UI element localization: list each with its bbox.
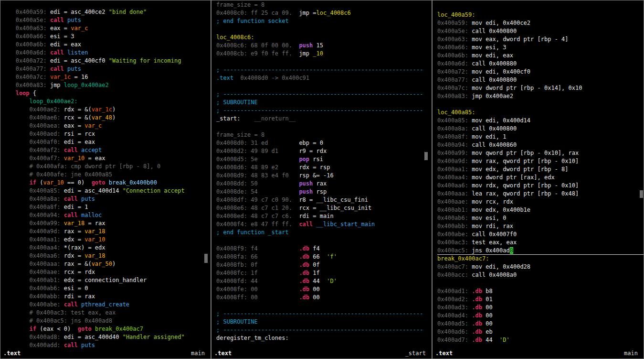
code-segment: call [50,17,67,23]
code-segment: 0x400a8f: [5,204,64,210]
code-segment: puts [67,17,81,23]
code-line: 0x400a5e: call 0x400800 [437,27,644,35]
code-segment: 'D' [499,337,510,343]
code-segment: 0x400a5e: [437,28,472,34]
code-segment: .db [299,278,309,284]
code-segment: "Waiting for incoming [109,57,181,64]
code-segment: .db [472,304,482,311]
code-segment: 'D' [327,278,337,284]
code-line: 0x4008c0: ff 25 ca 09. jmp =loc_4008c6 [216,9,432,17]
code-segment: 0x400a63: [437,36,472,43]
code-segment: 0x400aa4: [5,244,64,251]
code-segment: call [299,221,316,228]
code-segment: call 0x400800 [472,28,517,34]
code-segment: var_c [71,25,88,32]
code-segment: *(rax) = edx [64,244,106,251]
code-segment: 0x400a83: [5,82,50,88]
code-line [437,3,644,11]
code-segment: 0f [309,261,320,268]
code-segment: 0x400a6b: [5,41,50,48]
code-segment: ; end function socket [216,18,289,24]
code-line [216,58,432,66]
code-segment: { [30,90,36,97]
code-line: 0x400a8a: call 0x400800 [437,125,644,133]
code-line: ; end function _start [216,228,432,237]
code-segment: var_1c [50,74,71,80]
code-segment: 0x4008ff: 00 [216,294,299,301]
code-line: loop_0x400ae2: [5,98,211,106]
code-segment: 00 [309,294,320,301]
code-segment: 0x400af0: [5,139,64,145]
code-segment: call 0x4008a0 [472,272,517,278]
code-line: 0x400ad2: .db 01 [437,295,644,304]
code-segment: rdi = rax [64,293,95,300]
code-line: 0x400add: call puts [5,341,211,349]
code-segment: 0x4008d9: 48 83 e4 f0 [216,172,299,179]
code-segment: 0x4008d0: 31 ed [216,140,299,146]
code-segment: edi = eax [64,139,95,145]
code-segment: _10 [313,50,323,57]
panel-disassembly-start[interactable]: frame_size = 80x4008c0: ff 25 ca 09. jmp… [211,0,432,359]
code-segment: ; --------------------------------------… [216,91,423,98]
code-segment: call [50,65,67,72]
code-line: 0x400a94: call malloc [5,211,211,219]
code-segment: loop [5,90,30,97]
code-line: loc_4008c6: [216,33,432,42]
code-segment: .db [299,253,309,260]
code-line: 0x4008d6: 48 89 e2 rdx = rsp [216,163,432,172]
code-segment: loc_4008c6: [216,34,254,41]
code-segment [92,326,95,332]
code-segment: 0x400aa6: [437,182,472,189]
code-segment: 0x400a59: [437,20,472,26]
code-segment: 0x400a6b: [437,52,472,59]
code-segment: pthread_create [81,301,129,308]
code-segment: # 0x400afe: jne 0x400a85 [5,171,112,178]
code-segment: 0x400a6d: [5,49,50,56]
code-line: loc_400a85: [437,109,644,117]
code-segment: loop_0x400ae2 [64,82,109,88]
code-segment: ; SUBROUTINE [216,99,258,106]
code-line: 0x4008f4: e8 47 ff ff. call __libc_start… [216,220,432,228]
code-line: 0x400aae: mov rcx, rdx [437,198,644,206]
scrollbar-thumb[interactable] [204,254,208,263]
code-line: 0x4008fd: 44 .db 44 'D' [216,277,432,285]
code-segment: ebp = 0 [299,140,323,146]
code-line: 0x4008cb: e9 f0 fe ff. jmp _10 [216,50,432,58]
code-line: # 0x400afe: jne 0x400a85 [5,171,211,179]
code-segment: var_18 [84,252,105,259]
code-segment: 0x400abe: [5,301,64,308]
code-segment: mov edi, 1 [472,133,506,140]
code-segment: test eax, eax [472,239,517,246]
code-line: break_0x400ac7: [437,255,644,263]
code-segment: mov rdi, rax [472,223,513,229]
code-segment: goto [78,326,92,332]
code-segment: var_48 [92,114,112,121]
code-segment: mov edi, 0x400ce2 [472,20,530,26]
panel-pseudocode-main[interactable]: 0x400a59: edi = asc_400ce2 "bind done" 0… [0,0,211,359]
scrollbar-thumb[interactable] [424,152,428,160]
scrollbar-thumb[interactable] [640,190,643,198]
panel-disassembly-main[interactable]: loc_400a59:0x400a59: mov edi, 0x400ce20x… [433,0,644,359]
code-line: 0x400a6d: call listen [5,49,211,57]
code-line [216,302,432,310]
section-name: .text [214,350,232,357]
code-segment: push [299,180,313,187]
cursor: 8 [510,247,513,254]
section-name: .text [435,350,453,357]
code-segment: 0x400a83: [437,93,472,99]
code-line: 0x400aa1: mov edx, dword ptr [rbp - 8] [437,165,644,174]
code-segment: 66 [309,253,327,260]
code-line: loop { [5,89,211,98]
code-segment: 0x400a77: [437,76,472,83]
code-segment: .db [472,288,482,294]
code-segment: 0x400a7c: [437,85,472,91]
code-segment: 'f' [327,253,337,260]
code-segment: pop [299,156,309,163]
code-segment: var_18 [64,220,84,227]
code-segment: 0x400a63: [5,25,50,32]
code-segment: call 0x4007f0 [472,231,517,238]
code-segment: jmp 0x400ae2 [472,93,513,99]
code-line: 0x400aa1: edx = var_10 [5,236,211,244]
code-segment: ; --------------------------------------… [216,66,423,73]
code-line: 0x400af2: call accept [5,146,211,154]
